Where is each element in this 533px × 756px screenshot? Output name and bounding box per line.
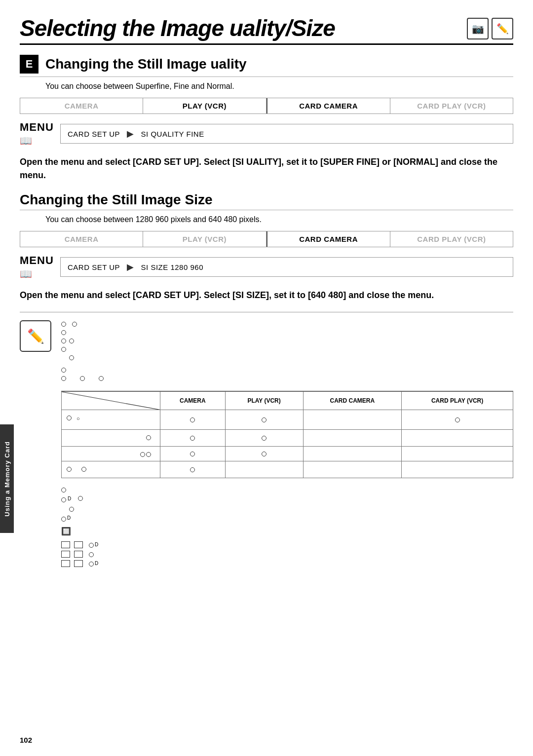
side-tab-label: Using a Memory Card — [3, 441, 11, 517]
table-section: CAMERA PLAY (VCR) CARD CAMERA CARD PLAY … — [61, 391, 513, 478]
menu-box-2: CARD SET UP ▶ SI SIZE 1280 960 — [60, 257, 513, 277]
mode2-card-play: CARD PLAY (VCR) — [390, 231, 513, 247]
compat-table: CAMERA PLAY (VCR) CARD CAMERA CARD PLAY … — [61, 391, 513, 478]
mode2-card-camera: CARD CAMERA — [267, 231, 390, 247]
bullet-circle-2 — [61, 330, 66, 335]
section2-subtitle: You can choose between 1280 960 pixels a… — [45, 215, 513, 224]
menu-row-2: MENU 📖 CARD SET UP ▶ SI SIZE 1280 960 — [20, 254, 513, 280]
note-row — [61, 320, 513, 383]
note-item-2 — [61, 329, 513, 335]
small-box-icon-5 — [61, 560, 70, 567]
note-icon-box: ✏️ — [20, 320, 51, 352]
row-label-3 — [62, 447, 160, 461]
bottom-note-7 — [61, 551, 513, 558]
row-1-col-3 — [303, 410, 402, 430]
mode-play-vcr: PLAY (VCR) — [143, 98, 266, 113]
page-number: 102 — [20, 736, 32, 744]
small-box-icon-3 — [61, 551, 70, 558]
note-col-1 — [61, 320, 513, 383]
title-underline — [20, 43, 513, 45]
camera-icon: 📷 — [472, 23, 484, 35]
section2-heading: Changing the Still Image Size — [20, 192, 513, 208]
bullet-circle-7a — [61, 376, 66, 381]
bullet-circle-5 — [69, 355, 74, 360]
row-4-col-1 — [160, 461, 226, 478]
bottom-note-2: D — [61, 494, 513, 503]
menu-word-2: MENU — [20, 254, 54, 267]
row-label-1: ○ — [62, 410, 160, 430]
row-4-col-3 — [303, 461, 402, 478]
svg-line-0 — [62, 392, 160, 410]
bottom-note-3 — [69, 505, 513, 512]
menu-arrow-1: ▶ — [127, 128, 134, 139]
col-header-play-vcr: PLAY (VCR) — [225, 392, 303, 410]
title-icons: 📷 ✏️ — [467, 18, 513, 39]
bottom-note-8: D — [61, 559, 513, 568]
col-header-card-play: CARD PLAY (VCR) — [402, 392, 513, 410]
bottom-note-6: D — [61, 540, 513, 549]
row-3-col-1 — [160, 447, 226, 461]
bullet-circle-6 — [61, 368, 66, 373]
table-row-3 — [62, 447, 513, 461]
small-box-icon-1 — [61, 541, 70, 548]
table-row-4 — [62, 461, 513, 478]
camera-icon-box: 📷 — [467, 18, 489, 39]
menu-card-set-up-1: CARD SET UP — [68, 130, 120, 138]
section1: E Changing the Still Image uality You ca… — [20, 55, 513, 182]
row-2-col-4 — [402, 430, 513, 447]
side-tab: Using a Memory Card — [0, 424, 14, 533]
menu-arrow-2: ▶ — [127, 262, 134, 272]
bullet-circle-1 — [61, 322, 66, 327]
mode-card-play: CARD PLAY (VCR) — [390, 98, 513, 113]
row-1-col-2 — [225, 410, 303, 430]
page-title: Selecting the Image uality/Size — [20, 15, 335, 41]
instruction-text-2: Open the menu and select [CARD SET UP]. … — [20, 289, 513, 302]
mode-camera: CAMERA — [20, 98, 143, 113]
small-box-icon-4 — [74, 551, 83, 558]
section1-underline — [20, 76, 513, 77]
note-item-5 — [69, 354, 513, 360]
note-item-6 — [61, 366, 513, 373]
row-label-4 — [62, 461, 160, 478]
menu-book-icon-2: 📖 — [20, 268, 32, 280]
row-1-col-1 — [160, 410, 226, 430]
menu-box-1: CARD SET UP ▶ SI QUALITY FINE — [60, 124, 513, 144]
section1-subtitle: You can choose between Superfine, Fine a… — [45, 82, 513, 91]
table-row-2 — [62, 430, 513, 447]
mode2-camera: CAMERA — [20, 231, 143, 247]
menu-word-1: MENU — [20, 121, 54, 134]
menu-row-1: MENU 📖 CARD SET UP ▶ SI QUALITY FINE — [20, 121, 513, 147]
note-item-3 — [61, 337, 513, 343]
bullet-circle-7b — [80, 376, 85, 381]
row-2-col-3 — [303, 430, 402, 447]
mode-bar-1: CAMERA PLAY (VCR) CARD CAMERA CARD PLAY … — [20, 98, 513, 114]
row-4-col-4 — [402, 461, 513, 478]
bullet-circle-7c — [99, 376, 104, 381]
note-item-4 — [61, 345, 513, 352]
cross-box-icon: 🔲 — [61, 525, 71, 539]
row-2-col-2 — [225, 430, 303, 447]
note-pen-icon: ✏️ — [27, 328, 44, 344]
mode-card-camera: CARD CAMERA — [267, 98, 390, 113]
section-letter: E — [20, 55, 38, 74]
col-header-card-camera: CARD CAMERA — [303, 392, 402, 410]
pen-icon: ✏️ — [496, 23, 509, 35]
pen-icon-box: ✏️ — [492, 18, 513, 39]
menu-book-icon-1: 📖 — [20, 135, 32, 147]
bottom-note-1 — [61, 486, 513, 492]
bottom-note-4: D — [61, 514, 513, 523]
section1-heading: Changing the Still Image uality — [45, 56, 247, 72]
mode2-play-vcr: PLAY (VCR) — [143, 231, 266, 247]
diagonal-line — [62, 392, 160, 410]
table-row-1: ○ — [62, 410, 513, 430]
menu-value-2: SI SIZE 1280 960 — [141, 263, 203, 271]
menu-label-2: MENU 📖 — [20, 254, 54, 280]
note-item-1 — [61, 320, 513, 327]
section2-underline — [20, 210, 513, 210]
section2: Changing the Still Image Size You can ch… — [20, 192, 513, 302]
row-label-2 — [62, 430, 160, 447]
note-item-7 — [61, 375, 513, 381]
table-header-row: CAMERA PLAY (VCR) CARD CAMERA CARD PLAY … — [62, 392, 513, 410]
section1-heading-row: E Changing the Still Image uality — [20, 55, 513, 74]
row-1-col-4 — [402, 410, 513, 430]
